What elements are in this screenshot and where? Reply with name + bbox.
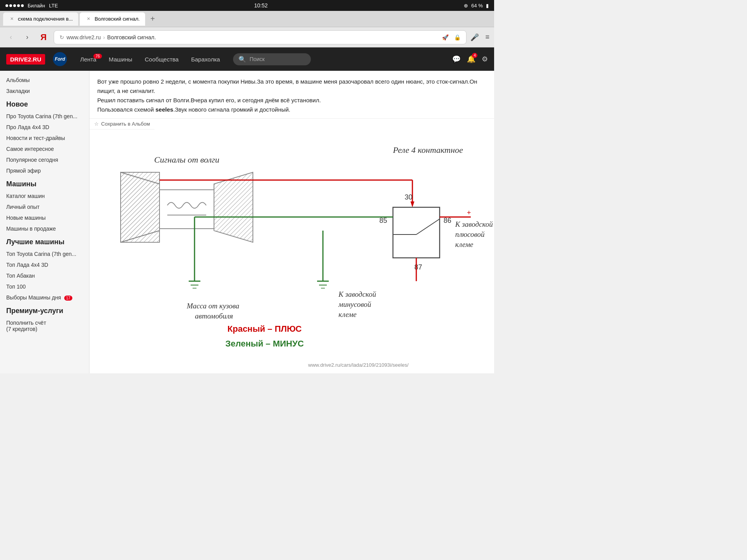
- svg-marker-3: [214, 172, 253, 242]
- sidebar-section-premium: Премиум-услуги: [0, 303, 89, 317]
- circuit-svg: Сигналы от волги Реле 4 контактное: [89, 133, 494, 373]
- article-bold: seeles: [155, 106, 173, 113]
- search-placeholder: Поиск: [249, 56, 265, 62]
- sidebar-item-toyota-carina[interactable]: Про Toyota Carina (7th gen...: [0, 111, 89, 122]
- back-button[interactable]: ‹: [5, 31, 17, 44]
- search-icon: 🔍: [238, 56, 246, 63]
- diagram-label-85: 85: [379, 217, 387, 224]
- status-bar: Билайн LTE 10:52 ⊕ 64 % ▮: [0, 0, 494, 11]
- url-domain: www.drive2.ru: [67, 34, 101, 40]
- dot4: [17, 4, 20, 7]
- nav-mashiny[interactable]: Машины: [103, 54, 138, 65]
- chat-icon[interactable]: 💬: [452, 55, 461, 63]
- sidebar: Альбомы Закладки Новое Про Toyota Carina…: [0, 71, 89, 373]
- sidebar-section-new: Новое: [0, 96, 89, 111]
- ford-logo: Ford: [53, 52, 67, 66]
- sidebar-item-interesting[interactable]: Самое интересное: [0, 144, 89, 154]
- sidebar-item-personal[interactable]: Личный опыт: [0, 201, 89, 212]
- diagram-label-87: 87: [414, 263, 422, 271]
- sidebar-item-new-cars[interactable]: Новые машины: [0, 212, 89, 223]
- article-text3: Пользовался схемой: [97, 106, 155, 113]
- tab-1[interactable]: ✕ схема подключения в...: [3, 12, 78, 26]
- status-right: ⊕ 64 % ▮: [464, 3, 489, 9]
- rocket-icon[interactable]: 🚀: [442, 34, 449, 40]
- nav-baraholka[interactable]: Барахолка: [186, 54, 225, 65]
- diagram-watermark: www.drive2.ru/cars/lada/2109/21093i/seel…: [308, 362, 409, 368]
- svg-marker-8: [410, 201, 414, 207]
- sidebar-item-popular[interactable]: Популярное сегодня: [0, 154, 89, 165]
- sidebar-section-best: Лучшие машины: [0, 234, 89, 248]
- status-left: Билайн LTE: [5, 3, 58, 9]
- sidebar-item-bookmarks[interactable]: Закладки: [0, 86, 89, 96]
- forward-button[interactable]: ›: [21, 31, 33, 44]
- sidebar-item-albums[interactable]: Альбомы: [0, 75, 89, 86]
- sidebar-item-top-toyota[interactable]: Топ Toyota Carina (7th gen...: [0, 248, 89, 259]
- svg-marker-2: [121, 172, 160, 242]
- diagram-label-zavod2: К заводской минусовой клеме: [338, 290, 378, 318]
- menu-icon[interactable]: ≡: [485, 33, 489, 41]
- diagram-label-30: 30: [405, 193, 412, 201]
- nav-soobschestva[interactable]: Сообщества: [139, 54, 184, 65]
- sidebar-item-vybory[interactable]: Выборы Машины дня 17: [0, 292, 89, 303]
- svg-text:+: +: [467, 209, 471, 217]
- article-text4: .Звук нового сигнала громкий и достойный…: [173, 106, 290, 113]
- dot3: [13, 4, 16, 7]
- diagram-label-86: 86: [444, 217, 451, 224]
- signal-dots: [5, 4, 24, 7]
- dot2: [9, 4, 12, 7]
- nav-lenta[interactable]: Лента 76: [75, 54, 102, 65]
- diagram-label-mass: Масса от кузова автомобиля: [186, 302, 241, 320]
- sidebar-section-cars: Машины: [0, 176, 89, 191]
- status-time: 10:52: [254, 2, 268, 9]
- refresh-icon[interactable]: ↻: [60, 34, 64, 40]
- tab-2[interactable]: ✕ Волговский сигнал.: [80, 12, 145, 26]
- svg-rect-9: [393, 207, 440, 258]
- carrier-label: Билайн: [28, 3, 45, 9]
- vybory-badge: 17: [64, 296, 72, 301]
- url-separator: ›: [103, 34, 105, 40]
- sidebar-item-live[interactable]: Прямой эфир: [0, 165, 89, 176]
- sidebar-item-top100[interactable]: Топ 100: [0, 281, 89, 292]
- article-text: Вот уже прошло ровно 2 недели, с момента…: [89, 71, 494, 119]
- diagram-label-green: Зеленый – МИНУС: [225, 339, 304, 348]
- tab-add-button[interactable]: +: [147, 13, 158, 25]
- settings-icon[interactable]: ⚙: [482, 55, 488, 63]
- url-bar[interactable]: ↻ www.drive2.ru › Волговский сигнал. 🚀 🔒: [54, 30, 466, 44]
- diagram-label-red: Красный – ПЛЮС: [228, 324, 302, 334]
- dot5: [21, 4, 24, 7]
- diagram-label-zavod1: К заводской плюсовой клеме: [455, 220, 494, 248]
- article-text2: Решил поставить сигнал от Волги.Вчера ку…: [97, 97, 321, 103]
- sidebar-item-top-abakan[interactable]: Топ Абакан: [0, 270, 89, 281]
- star-icon: ☆: [94, 121, 99, 127]
- sidebar-item-topup[interactable]: Пополнить счёт (7 кредитов): [0, 317, 89, 334]
- notification-icon[interactable]: 🔔4: [467, 55, 475, 63]
- yandex-icon[interactable]: Я: [37, 31, 50, 44]
- dot1: [5, 4, 8, 7]
- nav-search[interactable]: 🔍 Поиск: [233, 53, 311, 65]
- sidebar-item-news[interactable]: Новости и тест-драйвы: [0, 133, 89, 144]
- circuit-diagram: Сигналы от волги Реле 4 контактное: [89, 130, 494, 373]
- save-album-label: Сохранить в Альбом: [101, 121, 150, 127]
- diagram-title1: Сигналы от волги: [154, 155, 219, 164]
- battery-label: 64 %: [471, 3, 483, 9]
- address-bar: ‹ › Я ↻ www.drive2.ru › Волговский сигна…: [0, 27, 494, 47]
- tab-1-label: схема подключения в...: [18, 16, 73, 22]
- sidebar-item-lada-4x4[interactable]: Про Лада 4x4 3D: [0, 122, 89, 133]
- battery-icon: ▮: [486, 3, 489, 9]
- save-album-button[interactable]: ☆ Сохранить в Альбом: [89, 119, 154, 130]
- nav-right: 💬 🔔4 ⚙: [452, 55, 488, 63]
- url-path: Волговский сигнал.: [107, 34, 156, 40]
- sidebar-item-for-sale[interactable]: Машины в продаже: [0, 223, 89, 234]
- drive2-logo[interactable]: DRIVE2.RU: [6, 54, 45, 65]
- sidebar-item-top-lada[interactable]: Топ Лада 4x4 3D: [0, 259, 89, 270]
- microphone-icon[interactable]: 🎤: [470, 33, 479, 42]
- sidebar-item-catalog[interactable]: Каталог машин: [0, 191, 89, 201]
- network-type: LTE: [49, 3, 58, 9]
- lock-icon: 🔒: [454, 34, 461, 40]
- tab-bar: ✕ схема подключения в... ✕ Волговский си…: [0, 11, 494, 27]
- svg-rect-4: [160, 190, 214, 229]
- tab-2-label: Волговский сигнал.: [95, 16, 140, 22]
- diagram-title2: Реле 4 контактное: [393, 145, 463, 155]
- tab-2-close[interactable]: ✕: [85, 16, 91, 22]
- tab-1-close[interactable]: ✕: [9, 16, 15, 22]
